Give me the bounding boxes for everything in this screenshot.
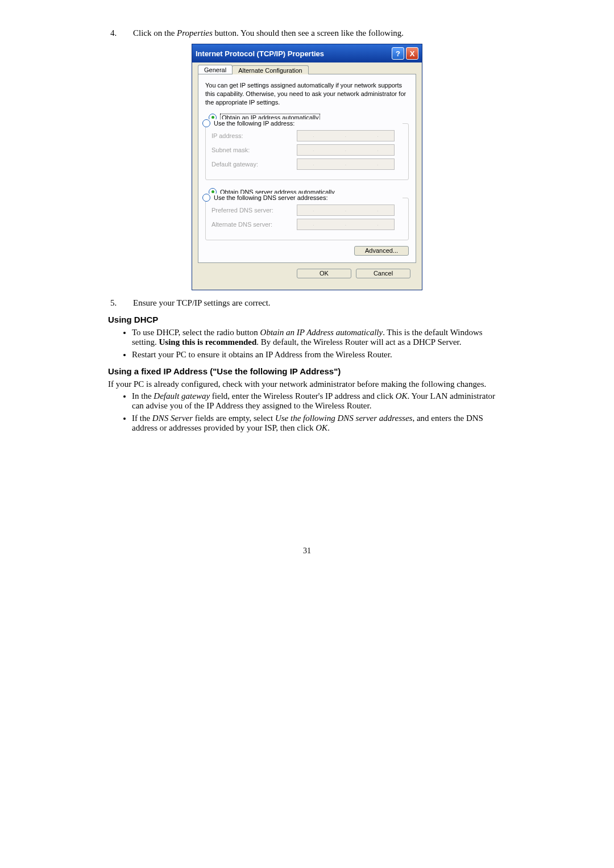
help-icon[interactable]: ? (392, 47, 404, 60)
label-use-following-ip: Use the following IP address: (214, 120, 294, 127)
dns-group-wrap: Obtain DNS server address automatically … (205, 188, 409, 240)
dns-manual-group: Use the following DNS server addresses: … (205, 198, 409, 240)
fixed-intro: If your PC is already configured, check … (108, 379, 506, 389)
step4-text-b: button. You should then see a screen lik… (213, 28, 404, 37)
text: . By default, the Wireless Router will a… (256, 337, 461, 347)
text-em: DNS Server (152, 414, 193, 423)
step-number: 5. (108, 298, 133, 308)
text-em: Obtain an IP Address automatically (260, 328, 383, 337)
ip-address-label: IP address: (211, 132, 297, 139)
advanced-row: Advanced... (205, 246, 409, 256)
default-gateway-label: Default gateway: (211, 161, 297, 168)
text: In the (132, 391, 154, 400)
titlebar: Internet Protocol (TCP/IP) Properties ? … (192, 44, 422, 62)
text: field, enter the Wireless Router's IP ad… (210, 391, 396, 400)
text: . (327, 423, 330, 432)
list-item: In the Default gateway field, enter the … (132, 391, 506, 411)
text-em: OK (316, 423, 327, 432)
tcpip-properties-dialog: Internet Protocol (TCP/IP) Properties ? … (192, 44, 422, 290)
dialog-description: You can get IP settings assigned automat… (205, 81, 409, 107)
label-use-following-dns: Use the following DNS server addresses: (214, 194, 328, 201)
list-item: If the DNS Server fields are empty, sele… (132, 414, 506, 433)
tabs: General Alternate Configuration (198, 65, 416, 74)
ip-group-wrap: Obtain an IP address automatically Use t… (205, 114, 409, 180)
heading-using-dhcp: Using DHCP (108, 315, 506, 324)
text-strong: Using this is recommended (159, 337, 257, 347)
subnet-mask-label: Subnet mask: (211, 147, 297, 153)
dialog-body: General Alternate Configuration You can … (192, 62, 422, 290)
default-gateway-field[interactable]: ... (297, 158, 395, 170)
text: To use DHCP, select the radio button (132, 328, 260, 337)
close-icon[interactable]: X (406, 47, 418, 60)
text: fields are empty, select (193, 414, 275, 423)
fixed-list: In the Default gateway field, enter the … (108, 391, 506, 433)
step4-text-em: Properties (177, 28, 213, 37)
radio-use-following-dns[interactable] (202, 194, 210, 202)
tab-general[interactable]: General (198, 65, 233, 74)
ok-button[interactable]: OK (297, 269, 351, 278)
alternate-dns-field[interactable]: ... (297, 219, 395, 230)
step-text: Ensure your TCP/IP settings are correct. (133, 298, 506, 308)
text: Restart your PC to ensure it obtains an … (132, 350, 392, 359)
list-item: To use DHCP, select the radio button Obt… (132, 328, 506, 347)
alternate-dns-label: Alternate DNS server: (211, 221, 297, 228)
text: If the (132, 414, 152, 423)
step-text: Click on the Properties button. You shou… (133, 28, 506, 38)
ip-manual-group: Use the following IP address: IP address… (205, 123, 409, 180)
dialog-title: Internet Protocol (TCP/IP) Properties (196, 49, 324, 58)
list-item: Restart your PC to ensure it obtains an … (132, 350, 506, 360)
ip-address-field[interactable]: ... (297, 130, 395, 141)
text-em: Default gateway (154, 391, 210, 400)
advanced-button[interactable]: Advanced... (354, 246, 409, 256)
preferred-dns-label: Preferred DNS server: (211, 207, 297, 214)
cancel-button[interactable]: Cancel (356, 269, 410, 278)
heading-fixed-ip: Using a fixed IP Address ("Use the follo… (108, 366, 506, 376)
tab-panel: You can get IP settings assigned automat… (198, 74, 416, 263)
page-number: 31 (108, 546, 506, 556)
subnet-mask-field[interactable]: ... (297, 144, 395, 156)
dhcp-list: To use DHCP, select the radio button Obt… (108, 328, 506, 360)
step-number: 4. (108, 28, 133, 38)
dialog-footer: OK Cancel (198, 263, 416, 284)
dialog-container: Internet Protocol (TCP/IP) Properties ? … (108, 44, 506, 290)
preferred-dns-field[interactable]: ... (297, 205, 395, 216)
text-em: OK (396, 391, 408, 400)
step-4: 4. Click on the Properties button. You s… (108, 28, 506, 38)
step-5: 5. Ensure your TCP/IP settings are corre… (108, 298, 506, 308)
step4-text-a: Click on the (133, 28, 177, 37)
text-em: Use the following DNS server addresses (275, 414, 413, 423)
titlebar-icons: ? X (392, 47, 418, 60)
document-page: 4. Click on the Properties button. You s… (108, 28, 506, 556)
tab-alternate-configuration[interactable]: Alternate Configuration (232, 65, 309, 74)
radio-use-following-ip[interactable] (202, 119, 210, 127)
